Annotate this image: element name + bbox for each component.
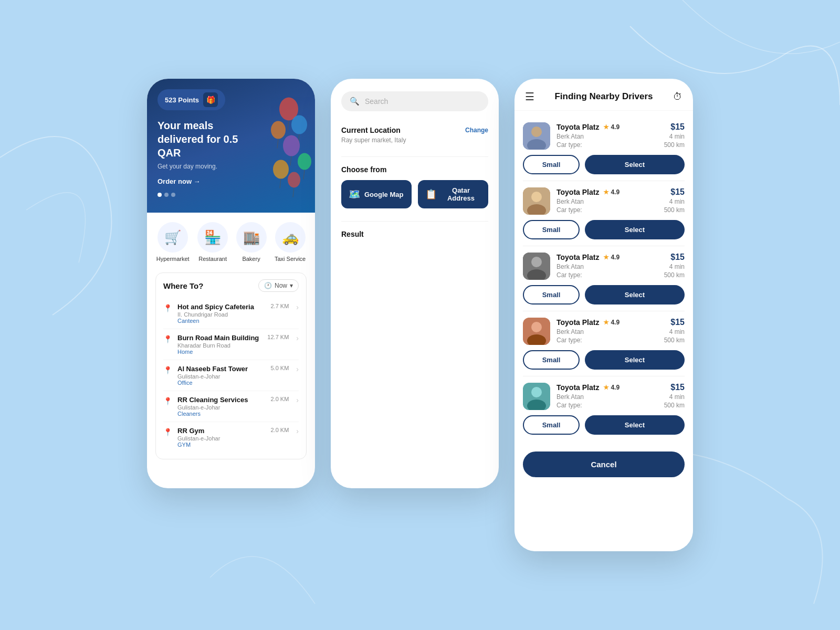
- driver-meta: Berk Atan 4 min: [556, 198, 685, 205]
- driver-distance: 500 km: [664, 402, 685, 409]
- driver-type-row: Car type: 500 km: [556, 271, 685, 279]
- where-to-section: Where To? 🕐 Now ▾ 📍 Hot and Spicy Cafete…: [155, 272, 307, 459]
- avatar: [523, 122, 550, 150]
- driver-card: Toyota Platz ★ 4.9 $15 Berk Atan 4 min: [523, 376, 685, 441]
- rating-value: 4.9: [611, 384, 620, 391]
- change-button[interactable]: Change: [465, 127, 488, 134]
- dot-1[interactable]: [158, 193, 162, 197]
- car-type-label: Car type:: [556, 141, 582, 149]
- svg-point-6: [283, 135, 300, 156]
- driver-name-row: Toyota Platz ★ 4.9 $15: [556, 122, 685, 132]
- list-item[interactable]: 📍 Burn Road Main Building Kharadar Burn …: [163, 329, 299, 360]
- location-info: RR Gym Gulistan-e-Johar GYM: [177, 427, 265, 448]
- list-item[interactable]: 📍 Al Naseeb Fast Tower Gulistan-e-Johar …: [163, 360, 299, 391]
- driver-car: Toyota Platz: [556, 383, 599, 392]
- driver-actions: Small Select: [523, 350, 685, 370]
- menu-icon[interactable]: ☰: [525, 90, 534, 103]
- category-bakery[interactable]: 🏬 Bakery: [236, 222, 267, 262]
- driver-car: Toyota Platz: [556, 253, 599, 261]
- pin-icon: 📍: [163, 335, 172, 343]
- current-location-section: Current Location Change Ray super market…: [341, 126, 488, 144]
- dot-3[interactable]: [171, 193, 175, 197]
- search-input[interactable]: Search: [365, 97, 388, 106]
- list-item[interactable]: 📍 RR Gym Gulistan-e-Johar GYM 2.0 KM ›: [163, 422, 299, 453]
- svg-point-18: [531, 192, 542, 202]
- category-taxi[interactable]: 🚕 Taxi Service: [275, 222, 306, 262]
- driver-top: Toyota Platz ★ 4.9 $15 Berk Atan 4 min: [523, 122, 685, 150]
- star-icon: ★: [603, 319, 609, 326]
- taxi-label: Taxi Service: [275, 256, 306, 262]
- driver-rating: ★ 4.9: [603, 188, 620, 196]
- select-button[interactable]: Select: [585, 350, 685, 370]
- choose-buttons-row: 🗺️ Google Map 📋 Qatar Address: [341, 180, 488, 208]
- driver-time: 4 min: [669, 198, 685, 205]
- small-button[interactable]: Small: [523, 155, 580, 174]
- driver-type-row: Car type: 500 km: [556, 141, 685, 149]
- driver-top: Toyota Platz ★ 4.9 $15 Berk Atan 4 min: [523, 318, 685, 345]
- rating-value: 4.9: [611, 123, 620, 131]
- car-type-label: Car type:: [556, 337, 582, 344]
- location-info: Al Naseeb Fast Tower Gulistan-e-Johar Of…: [177, 365, 265, 386]
- search-bar[interactable]: 🔍 Search: [341, 91, 488, 111]
- svg-point-4: [271, 121, 286, 139]
- google-map-label: Google Map: [364, 191, 403, 198]
- phone-2: 🔍 Search Current Location Change Ray sup…: [331, 79, 499, 488]
- qatar-address-button[interactable]: 📋 Qatar Address: [418, 180, 488, 208]
- small-button[interactable]: Small: [523, 220, 580, 239]
- driver-card: Toyota Platz ★ 4.9 $15 Berk Atan 4 min: [523, 246, 685, 311]
- where-to-title: Where To?: [163, 281, 203, 290]
- map-icon: 🗺️: [349, 188, 360, 200]
- location-address: Kharadar Burn Road: [177, 342, 262, 349]
- driver-name-row: Toyota Platz ★ 4.9 $15: [556, 253, 685, 262]
- divider-2: [341, 221, 488, 222]
- select-button[interactable]: Select: [585, 220, 685, 239]
- pin-icon: 📍: [163, 366, 172, 374]
- driver-distance: 500 km: [664, 337, 685, 344]
- avatar: [523, 253, 550, 280]
- gift-icon: 🎁: [203, 92, 218, 107]
- list-item[interactable]: 📍 RR Cleaning Services Gulistan-e-Johar …: [163, 391, 299, 422]
- select-button[interactable]: Select: [585, 285, 685, 304]
- star-icon: ★: [603, 254, 609, 261]
- location-info: Burn Road Main Building Kharadar Burn Ro…: [177, 334, 262, 355]
- driver-card: Toyota Platz ★ 4.9 $15 Berk Atan 4 min: [523, 311, 685, 376]
- dot-2[interactable]: [164, 193, 169, 197]
- driver-info: Toyota Platz ★ 4.9 $15 Berk Atan 4 min: [556, 122, 685, 149]
- select-button[interactable]: Select: [585, 415, 685, 435]
- location-info: Hot and Spicy Cafeteria II. Chundrigar R…: [177, 303, 265, 324]
- small-button[interactable]: Small: [523, 285, 580, 304]
- location-name: RR Gym: [177, 427, 265, 435]
- driver-time: 4 min: [669, 328, 685, 335]
- arrow-icon: ›: [296, 427, 299, 435]
- driver-distance: 500 km: [664, 271, 685, 279]
- cancel-button[interactable]: Cancel: [523, 452, 685, 477]
- location-tag: Cleaners: [177, 411, 265, 417]
- choose-from-section: Choose from 🗺️ Google Map 📋 Qatar Addres…: [341, 165, 488, 208]
- driver-meta: Berk Atan 4 min: [556, 263, 685, 270]
- select-button[interactable]: Select: [585, 155, 685, 174]
- google-map-button[interactable]: 🗺️ Google Map: [341, 180, 412, 208]
- timer-icon[interactable]: ⏱: [673, 91, 682, 102]
- small-button[interactable]: Small: [523, 350, 580, 370]
- location-distance: 12.7 KM: [267, 334, 289, 340]
- driver-price: $15: [670, 383, 685, 392]
- svg-line-13: [293, 188, 294, 197]
- location-name: Burn Road Main Building: [177, 334, 262, 342]
- choose-from-title: Choose from: [341, 165, 488, 174]
- category-hypermarket[interactable]: 🛒 Hypermarket: [156, 222, 190, 262]
- driver-price: $15: [670, 253, 685, 262]
- svg-point-27: [531, 387, 542, 397]
- driver-distance: 500 km: [664, 206, 685, 214]
- driver-name-text: Berk Atan: [556, 328, 584, 335]
- driver-top: Toyota Platz ★ 4.9 $15 Berk Atan 4 min: [523, 253, 685, 280]
- current-location-value: Ray super market, Italy: [341, 136, 488, 144]
- svg-point-10: [273, 160, 289, 179]
- hero-section: 523 Points 🎁 Your meals delivered for 0.…: [147, 79, 315, 213]
- avatar: [523, 383, 550, 410]
- category-restaurant[interactable]: 🏪 Restaurant: [197, 222, 228, 262]
- now-button[interactable]: 🕐 Now ▾: [258, 279, 299, 292]
- list-item[interactable]: 📍 Hot and Spicy Cafeteria II. Chundrigar…: [163, 298, 299, 329]
- restaurant-label: Restaurant: [198, 256, 227, 262]
- small-button[interactable]: Small: [523, 415, 580, 435]
- driver-rating: ★ 4.9: [603, 123, 620, 131]
